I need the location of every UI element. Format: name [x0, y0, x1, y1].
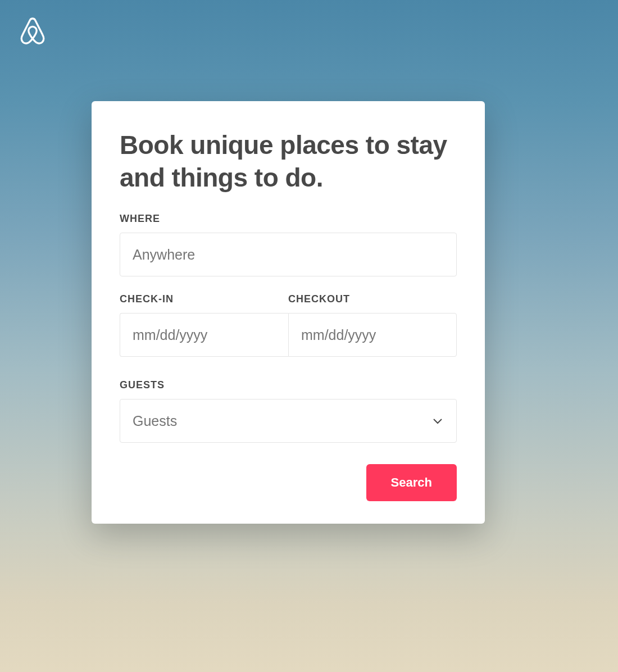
- airbnb-logo-icon: [19, 16, 46, 45]
- date-row: CHECK-IN CHECKOUT: [120, 293, 457, 357]
- page-heading: Book unique places to stay and things to…: [120, 129, 457, 194]
- button-row: Search: [120, 464, 457, 501]
- checkin-field-group: CHECK-IN: [120, 293, 288, 357]
- checkout-label: CHECKOUT: [288, 293, 457, 305]
- guests-field-group: GUESTS Guests: [120, 379, 457, 443]
- search-card: Book unique places to stay and things to…: [92, 101, 485, 524]
- checkin-label: CHECK-IN: [120, 293, 288, 305]
- search-button[interactable]: Search: [366, 464, 457, 501]
- guests-label: GUESTS: [120, 379, 457, 391]
- checkout-field-group: CHECKOUT: [288, 293, 457, 357]
- guests-select-wrapper: Guests: [120, 399, 457, 443]
- guests-select[interactable]: Guests: [120, 399, 457, 443]
- where-label: WHERE: [120, 213, 457, 225]
- checkin-input[interactable]: [120, 313, 288, 357]
- where-field-group: WHERE: [120, 213, 457, 276]
- checkout-input[interactable]: [288, 313, 457, 357]
- where-input[interactable]: [120, 233, 457, 276]
